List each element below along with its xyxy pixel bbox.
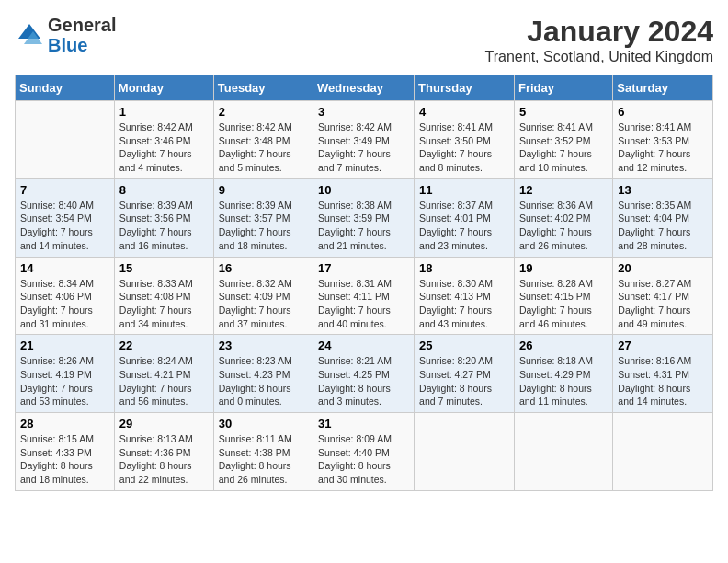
calendar-cell: 3Sunrise: 8:42 AMSunset: 3:49 PMDaylight… <box>313 101 415 179</box>
logo-blue: Blue <box>48 35 116 55</box>
calendar-cell: 10Sunrise: 8:38 AMSunset: 3:59 PMDayligh… <box>313 178 415 257</box>
day-detail: Sunrise: 8:34 AMSunset: 4:06 PMDaylight:… <box>20 278 94 329</box>
day-number: 20 <box>618 261 708 275</box>
day-detail: Sunrise: 8:16 AMSunset: 4:31 PMDaylight:… <box>618 355 691 407</box>
calendar-cell: 16Sunrise: 8:32 AMSunset: 4:09 PMDayligh… <box>213 257 313 335</box>
day-number: 28 <box>20 417 109 431</box>
day-number: 7 <box>20 183 109 197</box>
calendar-week-row: 7Sunrise: 8:40 AMSunset: 3:54 PMDaylight… <box>16 178 713 257</box>
header-day-saturday: Saturday <box>613 75 713 101</box>
calendar-cell: 5Sunrise: 8:41 AMSunset: 3:52 PMDaylight… <box>514 101 612 179</box>
day-detail: Sunrise: 8:31 AMSunset: 4:11 PMDaylight:… <box>318 278 392 329</box>
calendar-cell: 6Sunrise: 8:41 AMSunset: 3:53 PMDaylight… <box>613 101 713 179</box>
day-number: 3 <box>318 105 409 119</box>
day-detail: Sunrise: 8:39 AMSunset: 3:57 PMDaylight:… <box>219 200 292 251</box>
header-day-wednesday: Wednesday <box>313 75 415 101</box>
header-day-friday: Friday <box>514 75 612 101</box>
day-number: 4 <box>419 105 509 119</box>
day-detail: Sunrise: 8:32 AMSunset: 4:09 PMDaylight:… <box>219 278 292 329</box>
day-number: 30 <box>219 417 308 431</box>
day-detail: Sunrise: 8:11 AMSunset: 4:38 PMDaylight:… <box>219 433 292 485</box>
day-number: 2 <box>219 105 308 119</box>
calendar-table: SundayMondayTuesdayWednesdayThursdayFrid… <box>15 75 713 491</box>
day-number: 18 <box>419 261 509 275</box>
calendar-cell <box>415 413 515 491</box>
calendar-cell: 21Sunrise: 8:26 AMSunset: 4:19 PMDayligh… <box>16 335 115 413</box>
header-day-sunday: Sunday <box>16 75 115 101</box>
day-detail: Sunrise: 8:09 AMSunset: 4:40 PMDaylight:… <box>318 433 392 485</box>
day-detail: Sunrise: 8:42 AMSunset: 3:49 PMDaylight:… <box>318 121 392 173</box>
day-detail: Sunrise: 8:23 AMSunset: 4:23 PMDaylight:… <box>219 355 292 407</box>
day-number: 16 <box>219 261 308 275</box>
svg-marker-0 <box>18 24 40 39</box>
day-number: 9 <box>219 183 308 197</box>
day-detail: Sunrise: 8:27 AMSunset: 4:17 PMDaylight:… <box>618 278 691 329</box>
day-detail: Sunrise: 8:33 AMSunset: 4:08 PMDaylight:… <box>119 278 193 329</box>
logo-icon <box>15 20 44 50</box>
day-detail: Sunrise: 8:41 AMSunset: 3:52 PMDaylight:… <box>519 121 593 173</box>
calendar-week-row: 14Sunrise: 8:34 AMSunset: 4:06 PMDayligh… <box>16 257 713 335</box>
header-day-tuesday: Tuesday <box>213 75 313 101</box>
day-detail: Sunrise: 8:42 AMSunset: 3:48 PMDaylight:… <box>219 121 292 173</box>
day-number: 1 <box>119 105 209 119</box>
calendar-cell: 26Sunrise: 8:18 AMSunset: 4:29 PMDayligh… <box>514 335 612 413</box>
day-number: 27 <box>618 339 708 352</box>
header-day-monday: Monday <box>114 75 213 101</box>
calendar-cell: 12Sunrise: 8:36 AMSunset: 4:02 PMDayligh… <box>514 178 612 257</box>
day-number: 6 <box>618 105 708 119</box>
day-number: 12 <box>519 183 608 197</box>
day-number: 13 <box>618 183 708 197</box>
logo-general: General <box>48 15 116 35</box>
calendar-cell: 1Sunrise: 8:42 AMSunset: 3:46 PMDaylight… <box>114 101 213 179</box>
page-subtitle: Tranent, Scotland, United Kingdom <box>485 49 713 65</box>
calendar-cell: 11Sunrise: 8:37 AMSunset: 4:01 PMDayligh… <box>415 178 515 257</box>
day-number: 19 <box>519 261 608 275</box>
logo-text: General Blue <box>48 15 116 55</box>
calendar-cell: 28Sunrise: 8:15 AMSunset: 4:33 PMDayligh… <box>16 413 115 491</box>
day-number: 17 <box>318 261 409 275</box>
calendar-week-row: 21Sunrise: 8:26 AMSunset: 4:19 PMDayligh… <box>16 335 713 413</box>
page-header: General Blue January 2024 Tranent, Scotl… <box>15 15 713 65</box>
page-title: January 2024 <box>485 15 713 49</box>
header-row: SundayMondayTuesdayWednesdayThursdayFrid… <box>16 75 713 101</box>
calendar-cell: 4Sunrise: 8:41 AMSunset: 3:50 PMDaylight… <box>415 101 515 179</box>
day-number: 24 <box>318 339 409 352</box>
day-number: 5 <box>519 105 608 119</box>
day-detail: Sunrise: 8:26 AMSunset: 4:19 PMDaylight:… <box>20 355 94 407</box>
calendar-header: SundayMondayTuesdayWednesdayThursdayFrid… <box>16 75 713 101</box>
calendar-cell <box>16 101 115 179</box>
calendar-cell: 23Sunrise: 8:23 AMSunset: 4:23 PMDayligh… <box>213 335 313 413</box>
day-detail: Sunrise: 8:28 AMSunset: 4:15 PMDaylight:… <box>519 278 593 329</box>
day-detail: Sunrise: 8:36 AMSunset: 4:02 PMDaylight:… <box>519 200 593 251</box>
day-number: 25 <box>419 339 509 352</box>
calendar-cell: 20Sunrise: 8:27 AMSunset: 4:17 PMDayligh… <box>613 257 713 335</box>
calendar-cell: 24Sunrise: 8:21 AMSunset: 4:25 PMDayligh… <box>313 335 415 413</box>
day-detail: Sunrise: 8:20 AMSunset: 4:27 PMDaylight:… <box>419 355 493 407</box>
calendar-body: 1Sunrise: 8:42 AMSunset: 3:46 PMDaylight… <box>16 101 713 491</box>
day-number: 26 <box>519 339 608 352</box>
day-detail: Sunrise: 8:21 AMSunset: 4:25 PMDaylight:… <box>318 355 392 407</box>
calendar-cell: 30Sunrise: 8:11 AMSunset: 4:38 PMDayligh… <box>213 413 313 491</box>
header-day-thursday: Thursday <box>415 75 515 101</box>
calendar-cell: 15Sunrise: 8:33 AMSunset: 4:08 PMDayligh… <box>114 257 213 335</box>
day-number: 15 <box>119 261 209 275</box>
day-detail: Sunrise: 8:42 AMSunset: 3:46 PMDaylight:… <box>119 121 193 173</box>
day-detail: Sunrise: 8:37 AMSunset: 4:01 PMDaylight:… <box>419 200 493 251</box>
day-number: 10 <box>318 183 409 197</box>
title-block: January 2024 Tranent, Scotland, United K… <box>485 15 713 65</box>
calendar-cell: 17Sunrise: 8:31 AMSunset: 4:11 PMDayligh… <box>313 257 415 335</box>
calendar-cell: 9Sunrise: 8:39 AMSunset: 3:57 PMDaylight… <box>213 178 313 257</box>
calendar-cell: 19Sunrise: 8:28 AMSunset: 4:15 PMDayligh… <box>514 257 612 335</box>
day-detail: Sunrise: 8:13 AMSunset: 4:36 PMDaylight:… <box>119 433 193 485</box>
day-detail: Sunrise: 8:35 AMSunset: 4:04 PMDaylight:… <box>618 200 691 251</box>
day-number: 23 <box>219 339 308 352</box>
calendar-cell <box>613 413 713 491</box>
day-detail: Sunrise: 8:39 AMSunset: 3:56 PMDaylight:… <box>119 200 193 251</box>
day-number: 22 <box>119 339 209 352</box>
calendar-cell: 25Sunrise: 8:20 AMSunset: 4:27 PMDayligh… <box>415 335 515 413</box>
day-number: 29 <box>119 417 209 431</box>
day-number: 11 <box>419 183 509 197</box>
day-number: 21 <box>20 339 109 352</box>
logo: General Blue <box>15 15 116 55</box>
calendar-cell: 14Sunrise: 8:34 AMSunset: 4:06 PMDayligh… <box>16 257 115 335</box>
